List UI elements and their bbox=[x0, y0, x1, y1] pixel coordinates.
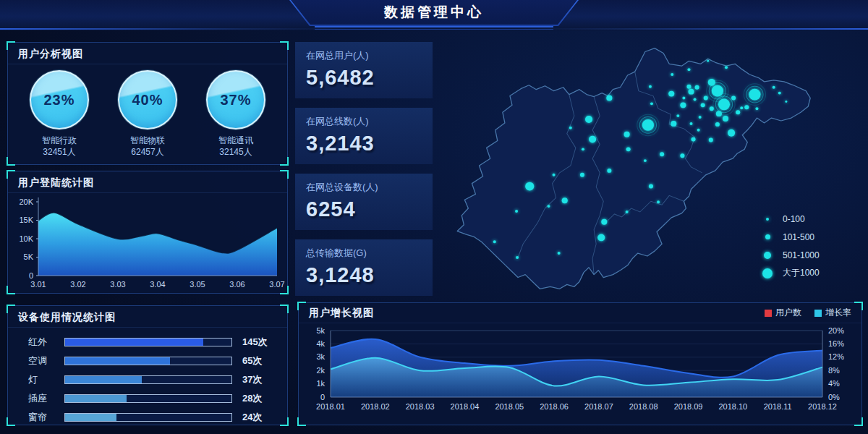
svg-text:3.02: 3.02 bbox=[70, 280, 85, 289]
stat-label: 在网总用户(人) bbox=[306, 49, 422, 62]
bar-fill bbox=[65, 414, 116, 421]
liquid-gauge: 23% 智能行政32451人 bbox=[20, 70, 99, 158]
svg-text:12%: 12% bbox=[828, 352, 844, 361]
svg-text:2018.01: 2018.01 bbox=[316, 402, 345, 411]
corner-accent bbox=[7, 286, 15, 294]
bar-label: 红外 bbox=[28, 336, 64, 349]
bar-track bbox=[64, 375, 232, 384]
corner-accent bbox=[280, 305, 289, 313]
svg-text:2018.05: 2018.05 bbox=[495, 402, 524, 411]
gauge-name: 智能物联 bbox=[108, 135, 187, 146]
page-title: 数据管理中心 bbox=[291, 0, 577, 25]
svg-text:20K: 20K bbox=[19, 197, 33, 206]
stat-value: 5,6482 bbox=[306, 66, 422, 90]
svg-text:2018.07: 2018.07 bbox=[584, 402, 613, 411]
login-chart: 05K10K15K20K3.013.023.033.043.053.063.07 bbox=[8, 193, 287, 293]
legend-dot-icon bbox=[762, 268, 773, 278]
svg-text:15K: 15K bbox=[19, 216, 33, 224]
region-map: 0-100 101-500 501-1000 大于1000 bbox=[443, 30, 867, 301]
corner-accent bbox=[7, 41, 15, 50]
liquid-gauge-circle: 23% bbox=[30, 70, 89, 129]
corner-accent bbox=[7, 157, 15, 166]
bar-label: 插座 bbox=[28, 392, 64, 405]
bar-value: 145次 bbox=[232, 336, 277, 349]
bar-row: 灯 37次 bbox=[28, 374, 277, 385]
svg-text:2018.08: 2018.08 bbox=[629, 402, 658, 411]
bar-track bbox=[64, 338, 232, 346]
device-bar-chart: 红外 145次 空调 65次 灯 37次 插座 28次 窗帘 bbox=[8, 328, 287, 422]
stat-label: 在网总线数(人) bbox=[306, 115, 422, 128]
gauge-count: 62457人 bbox=[108, 146, 187, 158]
svg-text:16%: 16% bbox=[828, 339, 844, 348]
gauge-count: 32451人 bbox=[20, 146, 99, 158]
bar-fill bbox=[65, 376, 142, 383]
corner-accent bbox=[7, 417, 15, 426]
legend-dot-icon bbox=[765, 234, 770, 239]
corner-accent bbox=[7, 305, 15, 313]
svg-text:3.05: 3.05 bbox=[190, 280, 205, 289]
gauge-name: 智能行政 bbox=[20, 135, 99, 146]
bar-track bbox=[64, 357, 232, 365]
svg-text:1k: 1k bbox=[316, 379, 325, 388]
svg-text:2018.06: 2018.06 bbox=[540, 402, 569, 411]
svg-text:10K: 10K bbox=[19, 234, 33, 243]
svg-text:2018.11: 2018.11 bbox=[764, 402, 792, 411]
corner-accent bbox=[297, 417, 306, 426]
legend-swatch-icon bbox=[765, 310, 772, 317]
stat-card-total-devices: 在网总设备数(人) 6254 bbox=[295, 174, 433, 230]
bar-fill bbox=[65, 339, 203, 346]
svg-text:2018.04: 2018.04 bbox=[451, 402, 480, 411]
stat-value: 6254 bbox=[306, 197, 422, 221]
panel-login-stats: 用户登陆统计图 05K10K15K20K3.013.023.033.043.05… bbox=[7, 171, 288, 294]
stat-label: 总传输数据(G) bbox=[306, 247, 422, 260]
svg-text:4%: 4% bbox=[828, 379, 840, 388]
svg-text:5K: 5K bbox=[24, 252, 34, 261]
bar-track bbox=[64, 394, 232, 403]
corner-accent bbox=[280, 157, 289, 166]
header-title-plate: 数据管理中心 bbox=[289, 0, 579, 26]
svg-text:4k: 4k bbox=[316, 339, 325, 348]
legend-label: 大于1000 bbox=[783, 267, 820, 279]
legend-item: 大于1000 bbox=[761, 267, 820, 279]
bar-row: 窗帘 24次 bbox=[28, 412, 277, 422]
legend-label: 0-100 bbox=[783, 214, 805, 224]
liquid-gauge-circle: 40% bbox=[118, 70, 177, 129]
stat-card-total-users: 在网总用户(人) 5,6482 bbox=[295, 42, 433, 98]
bar-fill bbox=[65, 395, 127, 402]
bar-value: 65次 bbox=[232, 354, 277, 367]
corner-accent bbox=[280, 170, 289, 179]
svg-text:3.04: 3.04 bbox=[150, 280, 165, 289]
legend-item-growth-rate[interactable]: 增长率 bbox=[814, 307, 851, 319]
svg-text:2018.09: 2018.09 bbox=[674, 402, 703, 411]
panel-title: 用户增长视图 bbox=[309, 307, 374, 320]
legend-item: 101-500 bbox=[761, 231, 820, 243]
liquid-gauge: 40% 智能物联62457人 bbox=[108, 70, 187, 158]
gauge-name: 智能通讯 bbox=[196, 135, 276, 146]
svg-text:3.06: 3.06 bbox=[229, 280, 244, 289]
svg-text:0: 0 bbox=[29, 271, 33, 280]
stat-card-total-data: 总传输数据(G) 3,1248 bbox=[295, 239, 433, 296]
bar-label: 窗帘 bbox=[28, 411, 64, 424]
gauge-count: 32145人 bbox=[196, 146, 276, 158]
bar-fill bbox=[65, 357, 170, 365]
svg-text:2018.12: 2018.12 bbox=[808, 402, 837, 411]
legend-item-users[interactable]: 用户数 bbox=[765, 307, 801, 319]
svg-text:5k: 5k bbox=[316, 326, 325, 335]
header-underline-decoration bbox=[315, 26, 553, 30]
corner-accent bbox=[280, 286, 289, 294]
legend-label: 101-500 bbox=[783, 232, 814, 242]
legend-label: 501-1000 bbox=[783, 250, 820, 260]
corner-accent bbox=[7, 170, 15, 179]
svg-text:2018.02: 2018.02 bbox=[361, 402, 390, 411]
liquid-gauge-circle: 37% bbox=[206, 70, 265, 129]
gauge-percent: 23% bbox=[43, 92, 75, 109]
corner-accent bbox=[854, 417, 863, 426]
bar-row: 红外 145次 bbox=[28, 336, 277, 347]
map-legend: 0-100 101-500 501-1000 大于1000 bbox=[761, 213, 820, 279]
panel-title: 用户分析视图 bbox=[8, 43, 287, 64]
svg-text:8%: 8% bbox=[828, 366, 840, 375]
legend-item: 501-1000 bbox=[761, 249, 820, 261]
dashboard: 数据管理中心 用户分析视图 23% 智能行政32451人 40% 智能物联624… bbox=[0, 0, 868, 434]
bar-row: 空调 65次 bbox=[28, 355, 277, 366]
panel-title: 用户登陆统计图 bbox=[8, 171, 287, 193]
